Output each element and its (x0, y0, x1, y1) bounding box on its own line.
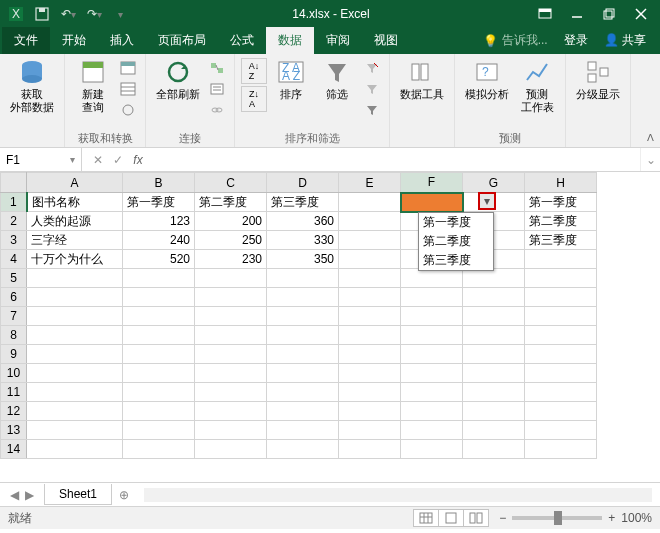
cell[interactable] (27, 440, 123, 459)
cell[interactable] (123, 364, 195, 383)
tab-file[interactable]: 文件 (2, 27, 50, 54)
cell[interactable] (27, 383, 123, 402)
cell[interactable] (401, 269, 463, 288)
cell[interactable] (339, 288, 401, 307)
row-header[interactable]: 1 (1, 193, 27, 212)
dropdown-option[interactable]: 第二季度 (419, 232, 493, 251)
cell[interactable] (339, 231, 401, 250)
cell[interactable] (339, 383, 401, 402)
formula-input[interactable] (154, 153, 640, 167)
cell[interactable] (525, 345, 597, 364)
cell[interactable] (267, 383, 339, 402)
cancel-formula-button[interactable]: ✕ (90, 153, 106, 167)
tell-me[interactable]: 💡告诉我... (475, 27, 556, 54)
cell[interactable] (27, 364, 123, 383)
recent-sources-button[interactable] (117, 100, 139, 120)
cell[interactable] (27, 345, 123, 364)
cell[interactable] (267, 402, 339, 421)
cell[interactable] (27, 421, 123, 440)
cell[interactable] (339, 402, 401, 421)
cell[interactable]: 三字经 (27, 231, 123, 250)
cell[interactable] (195, 269, 267, 288)
row-header[interactable]: 12 (1, 402, 27, 421)
refresh-all-button[interactable]: 全部刷新 (152, 56, 204, 103)
row-header[interactable]: 9 (1, 345, 27, 364)
row-header[interactable]: 8 (1, 326, 27, 345)
col-header[interactable]: E (339, 173, 401, 193)
dropdown-option[interactable]: 第三季度 (419, 251, 493, 270)
get-external-data-button[interactable]: 获取 外部数据 (6, 56, 58, 116)
cell[interactable] (525, 440, 597, 459)
redo-button[interactable]: ↷▾ (82, 3, 106, 25)
cell[interactable] (339, 307, 401, 326)
cell[interactable] (401, 288, 463, 307)
expand-formula-button[interactable]: ⌄ (640, 148, 660, 171)
sort-asc-button[interactable]: A↓Z (241, 58, 267, 84)
insert-function-button[interactable]: fx (130, 153, 146, 167)
cell[interactable] (123, 307, 195, 326)
cell[interactable] (339, 345, 401, 364)
cell[interactable] (123, 402, 195, 421)
cell[interactable]: 240 (123, 231, 195, 250)
cell[interactable] (339, 440, 401, 459)
cell[interactable] (123, 345, 195, 364)
whatif-button[interactable]: ? 模拟分析 (461, 56, 513, 103)
cell[interactable] (463, 440, 525, 459)
cell[interactable] (123, 269, 195, 288)
cell[interactable]: 230 (195, 250, 267, 269)
restore-button[interactable] (594, 3, 624, 25)
row-header[interactable]: 7 (1, 307, 27, 326)
cell[interactable] (525, 364, 597, 383)
cell[interactable]: 200 (195, 212, 267, 231)
share-button[interactable]: 👤 共享 (596, 27, 654, 54)
tab-nav-prev[interactable]: ◀ (10, 488, 19, 502)
cell[interactable] (339, 250, 401, 269)
cell[interactable] (401, 307, 463, 326)
sort-desc-button[interactable]: Z↓A (241, 86, 267, 112)
cell[interactable]: 第二季度 (525, 212, 597, 231)
cell[interactable] (123, 326, 195, 345)
name-box-input[interactable] (6, 153, 62, 167)
row-header[interactable]: 13 (1, 421, 27, 440)
cell[interactable] (463, 364, 525, 383)
filter-button[interactable]: 筛选 (315, 56, 359, 103)
cell[interactable] (525, 421, 597, 440)
cell[interactable] (27, 326, 123, 345)
properties-button[interactable] (206, 79, 228, 99)
cell[interactable] (267, 421, 339, 440)
col-header[interactable]: F (401, 173, 463, 193)
row-header[interactable]: 5 (1, 269, 27, 288)
cell[interactable] (463, 345, 525, 364)
cell[interactable]: 人类的起源 (27, 212, 123, 231)
cell[interactable]: 330 (267, 231, 339, 250)
row-header[interactable]: 6 (1, 288, 27, 307)
cell[interactable] (525, 326, 597, 345)
pagebreak-view-button[interactable] (463, 509, 489, 527)
zoom-out-button[interactable]: − (499, 511, 506, 525)
cell[interactable] (525, 307, 597, 326)
row-header[interactable]: 14 (1, 440, 27, 459)
cell[interactable] (525, 250, 597, 269)
dropdown-option[interactable]: 第一季度 (419, 213, 493, 232)
row-header[interactable]: 2 (1, 212, 27, 231)
cell[interactable] (195, 364, 267, 383)
cell[interactable] (267, 326, 339, 345)
row-header[interactable]: 4 (1, 250, 27, 269)
cell[interactable]: 第二季度 (195, 193, 267, 212)
cell[interactable] (463, 383, 525, 402)
signin-button[interactable]: 登录 (556, 27, 596, 54)
cell[interactable] (195, 402, 267, 421)
cell[interactable] (195, 440, 267, 459)
cell[interactable] (339, 326, 401, 345)
ribbon-options-button[interactable] (530, 3, 560, 25)
cell[interactable]: 360 (267, 212, 339, 231)
horizontal-scrollbar[interactable] (144, 488, 652, 502)
chevron-down-icon[interactable]: ▾ (70, 154, 75, 165)
cell[interactable] (267, 307, 339, 326)
col-header[interactable]: A (27, 173, 123, 193)
tab-home[interactable]: 开始 (50, 27, 98, 54)
cell[interactable]: 十万个为什么 (27, 250, 123, 269)
cell[interactable] (195, 326, 267, 345)
sort-button[interactable]: Z AA Z 排序 (269, 56, 313, 103)
tab-layout[interactable]: 页面布局 (146, 27, 218, 54)
